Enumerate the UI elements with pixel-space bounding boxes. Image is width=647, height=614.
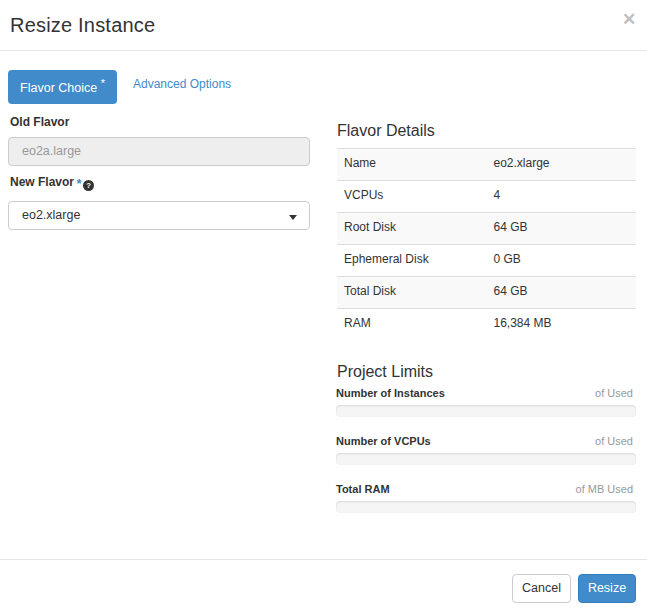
svg-text:?: ? [86, 181, 91, 190]
